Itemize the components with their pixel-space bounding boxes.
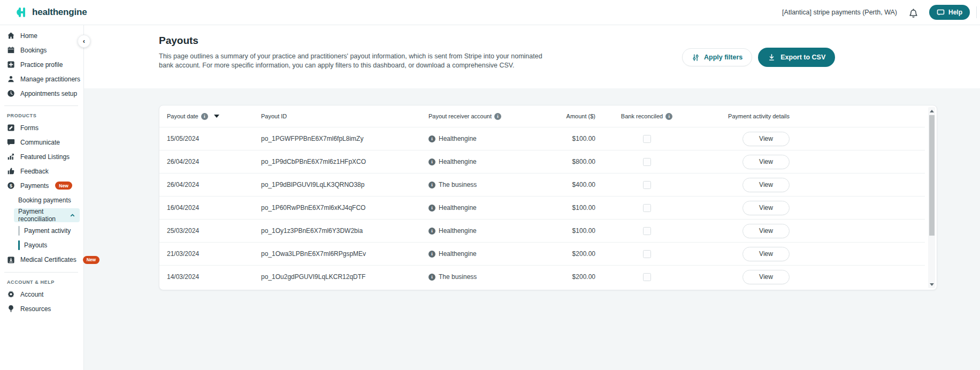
view-button[interactable]: View bbox=[742, 224, 790, 238]
header-actions: Apply filters Export to CSV bbox=[682, 48, 835, 67]
column-payout-id: Payout ID bbox=[261, 113, 428, 119]
bank-reconciled-checkbox[interactable] bbox=[643, 250, 651, 258]
account-context-label: [Atlantica] stripe payments (Perth, WA) bbox=[782, 9, 897, 16]
view-button[interactable]: View bbox=[742, 178, 790, 192]
view-button[interactable]: View bbox=[742, 201, 790, 215]
sidebar-item-home[interactable]: Home bbox=[0, 28, 83, 43]
table-row: 21/03/2024 po_1Owa3LPBnE6X7ml6RPgspMEv H… bbox=[159, 242, 925, 265]
payout-date-cell: 16/04/2024 bbox=[167, 204, 261, 212]
bank-reconciled-checkbox[interactable] bbox=[643, 181, 651, 189]
table-scrollbar[interactable] bbox=[928, 107, 935, 288]
sidebar-item-label: Home bbox=[20, 32, 37, 40]
sidebar-item-appointments-setup[interactable]: Appointments setup bbox=[0, 86, 83, 101]
payout-id-cell: po_1Owa3LPBnE6X7ml6RPgspMEv bbox=[261, 250, 428, 258]
sidebar-item-payment-reconciliation[interactable]: Payment reconciliation bbox=[14, 208, 80, 222]
sidebar-divider bbox=[4, 105, 78, 106]
bank-reconciled-checkbox[interactable] bbox=[643, 135, 651, 143]
notifications-bell-icon[interactable] bbox=[908, 6, 920, 18]
scroll-up-icon[interactable] bbox=[928, 107, 935, 115]
info-icon[interactable] bbox=[428, 205, 435, 212]
column-amount: Amount ($) bbox=[529, 113, 595, 119]
sidebar-item-manage-practitioners[interactable]: Manage practitioners bbox=[0, 72, 83, 86]
receiver-cell: The business bbox=[428, 273, 529, 281]
info-icon[interactable] bbox=[428, 228, 435, 235]
table-row: 14/03/2024 po_1Ou2gdPGUVI9LqLKCR12qDTF T… bbox=[159, 265, 925, 288]
sidebar-item-payouts[interactable]: Payouts bbox=[0, 238, 83, 252]
sidebar-item-label: Bookings bbox=[20, 47, 47, 54]
export-to-csv-button[interactable]: Export to CSV bbox=[758, 48, 835, 67]
topbar-divider bbox=[976, 6, 977, 18]
sidebar-item-label: Payouts bbox=[24, 241, 47, 249]
table-row: 25/03/2024 po_1Oy1z3PBnE6X7ml6Y3DW2bia H… bbox=[159, 219, 925, 242]
info-icon[interactable] bbox=[428, 135, 435, 142]
sidebar-item-label: Communicate bbox=[20, 139, 60, 146]
scrollbar-thumb[interactable] bbox=[929, 115, 935, 236]
info-icon[interactable] bbox=[428, 158, 435, 165]
view-button[interactable]: View bbox=[742, 132, 790, 146]
table-row: 26/04/2024 po_1P9dBlPGUVI9LqLK3QRNO38p T… bbox=[159, 173, 925, 196]
apply-filters-label: Apply filters bbox=[704, 54, 742, 61]
sidebar-item-bookings[interactable]: Bookings bbox=[0, 43, 83, 57]
sort-descending-icon[interactable] bbox=[214, 115, 219, 118]
bank-reconciled-checkbox[interactable] bbox=[643, 227, 651, 235]
sidebar-item-label: Forms bbox=[20, 124, 39, 132]
sidebar-item-label: Payment activity bbox=[24, 227, 71, 235]
details-cell: View bbox=[698, 247, 790, 261]
receiver-name: Healthengine bbox=[439, 158, 477, 165]
bank-reconciled-cell bbox=[595, 158, 698, 166]
thumbs-up-icon bbox=[7, 167, 15, 175]
healthengine-logo-icon bbox=[15, 6, 28, 19]
sidebar-item-communicate[interactable]: Communicate bbox=[0, 135, 83, 149]
sidebar-item-payments[interactable]: $ Payments New bbox=[0, 178, 83, 193]
bank-reconciled-checkbox[interactable] bbox=[643, 204, 651, 212]
sidebar-item-label: Feedback bbox=[20, 168, 49, 175]
sidebar-item-feedback[interactable]: Feedback bbox=[0, 164, 83, 178]
scroll-down-icon[interactable] bbox=[928, 281, 935, 288]
sidebar-item-practice-profile[interactable]: Practice profile bbox=[0, 57, 83, 72]
amount-cell: $100.00 bbox=[529, 227, 595, 235]
sidebar-item-label: Booking payments bbox=[18, 197, 71, 204]
info-icon[interactable] bbox=[665, 113, 672, 120]
info-icon[interactable] bbox=[428, 274, 435, 281]
new-badge: New bbox=[83, 256, 99, 264]
sidebar-item-forms[interactable]: Forms bbox=[0, 120, 83, 135]
clock-icon bbox=[7, 89, 15, 97]
table-row: 16/04/2024 po_1P60RwPBnE6X7ml6xKJ4qFCO H… bbox=[159, 196, 925, 219]
sidebar-item-booking-payments[interactable]: Booking payments bbox=[0, 193, 83, 207]
info-icon[interactable] bbox=[428, 251, 435, 258]
page-header: Payouts This page outlines a summary of … bbox=[84, 25, 980, 88]
bank-reconciled-cell bbox=[595, 181, 698, 189]
info-icon[interactable] bbox=[428, 182, 435, 188]
payout-id-cell: po_1P9dCbPBnE6X7ml6z1HFpXCO bbox=[261, 158, 428, 165]
sidebar-item-account[interactable]: Account bbox=[0, 287, 83, 301]
receiver-name: Healthengine bbox=[439, 135, 477, 142]
chevron-up-icon bbox=[70, 213, 75, 218]
payouts-table-card: Payout date Payout ID Payout receiver ac… bbox=[159, 105, 937, 290]
receiver-cell: Healthengine bbox=[428, 135, 529, 142]
apply-filters-button[interactable]: Apply filters bbox=[682, 48, 752, 66]
view-button[interactable]: View bbox=[742, 270, 790, 284]
bank-reconciled-checkbox[interactable] bbox=[643, 273, 651, 281]
info-icon[interactable] bbox=[201, 113, 208, 120]
table-header-row: Payout date Payout ID Payout receiver ac… bbox=[159, 105, 937, 127]
sidebar-item-resources[interactable]: Resources bbox=[0, 301, 83, 316]
sidebar-item-featured-listings[interactable]: Featured Listings bbox=[0, 149, 83, 164]
view-button[interactable]: View bbox=[742, 247, 790, 261]
healthengine-logo[interactable]: healthengine bbox=[0, 6, 87, 19]
view-button[interactable]: View bbox=[742, 155, 790, 169]
help-chat-icon bbox=[937, 9, 945, 17]
receiver-name: The business bbox=[439, 181, 477, 188]
bank-reconciled-checkbox[interactable] bbox=[643, 158, 651, 166]
receiver-name: Healthengine bbox=[439, 250, 477, 258]
bar-chart-arrow-icon bbox=[7, 153, 15, 161]
sidebar-item-payment-activity[interactable]: Payment activity bbox=[0, 223, 83, 238]
calendar-icon bbox=[7, 46, 15, 54]
sidebar-item-medical-certificates[interactable]: Medical Certificates New bbox=[0, 252, 83, 267]
help-button[interactable]: Help bbox=[929, 5, 970, 20]
payout-date-cell: 26/04/2024 bbox=[167, 158, 261, 165]
lightbulb-icon bbox=[7, 305, 15, 313]
sidebar-collapse-button[interactable]: ‹ bbox=[78, 35, 90, 48]
details-cell: View bbox=[698, 270, 790, 284]
details-cell: View bbox=[698, 155, 790, 169]
info-icon[interactable] bbox=[494, 113, 501, 120]
